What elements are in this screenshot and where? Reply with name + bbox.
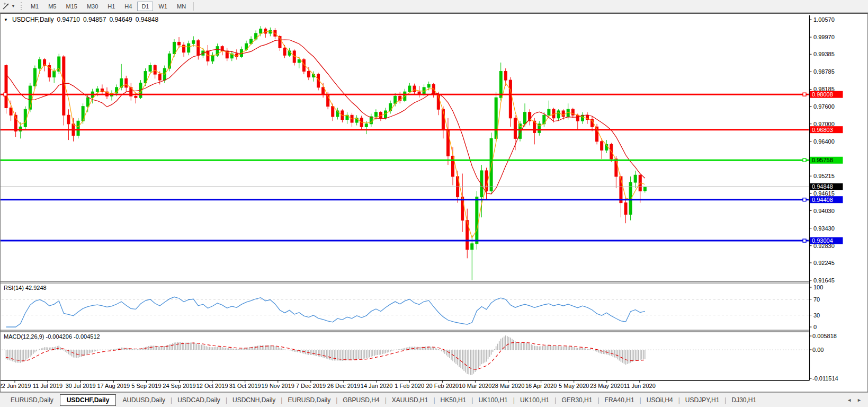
svg-text:0.94615: 0.94615 (813, 190, 835, 197)
pane-frames (1, 15, 810, 381)
svg-text:0.97600: 0.97600 (813, 103, 835, 110)
svg-text:0.95758: 0.95758 (812, 157, 833, 163)
current-price-label: 0.94848 (810, 183, 843, 190)
timeframe-button-h1[interactable]: H1 (103, 2, 119, 11)
chevron-down-icon[interactable]: ▼ (11, 4, 15, 8)
timeframe-button-mn[interactable]: MN (173, 2, 190, 11)
ohlc-close: 0.94848 (136, 16, 158, 23)
svg-text:0.94408: 0.94408 (812, 197, 833, 203)
svg-text:12 Oct 2019: 12 Oct 2019 (196, 383, 228, 389)
svg-text:19 Nov 2019: 19 Nov 2019 (262, 383, 294, 389)
candles-layer (5, 26, 646, 280)
svg-text:0.95215: 0.95215 (813, 173, 835, 179)
timeframe-button-h4[interactable]: H4 (120, 2, 136, 11)
timeframe-button-d1[interactable]: D1 (137, 2, 153, 11)
svg-text:70: 70 (813, 296, 820, 303)
timeframe-button-w1[interactable]: W1 (154, 2, 172, 11)
date-axis: 22 Jun 201911 Jul 201930 Jul 201917 Aug … (1, 381, 656, 389)
toolbar-separator (193, 2, 194, 11)
svg-text:20 Feb 2020: 20 Feb 2020 (426, 383, 459, 389)
ohlc-open: 0.94710 (57, 16, 80, 23)
tab-scroll-arrows: ◄ ► (847, 397, 866, 403)
svg-text:23 May 2020: 23 May 2020 (590, 383, 624, 389)
hline-0.94408[interactable] (1, 198, 809, 201)
svg-text:100: 100 (813, 284, 823, 290)
toolbar: ▼ M1M5M15M30H1H4D1W1MN (0, 0, 868, 13)
svg-text:5 May 2020: 5 May 2020 (559, 383, 589, 389)
chart-tab-fra40-h1-12[interactable]: FRA40,H1 (599, 394, 640, 406)
timeframe-button-m5[interactable]: M5 (44, 2, 60, 11)
chart-tab-usoil-h4-13[interactable]: USOil,H4 (641, 394, 678, 406)
svg-text:0: 0 (813, 324, 817, 330)
chart-tab-usdchf-daily-1[interactable]: USDCHF,Daily (60, 394, 117, 406)
svg-text:16 Apr 2020: 16 Apr 2020 (525, 383, 557, 389)
hline-price-label-0.95758: 0.95758 (810, 157, 843, 164)
tab-scroll-right-icon[interactable]: ► (857, 397, 862, 403)
application-window: ▼ M1M5M15M30H1H4D1W1MN 1.005700.999700.9… (0, 0, 868, 407)
hline-0.95758[interactable] (1, 158, 809, 162)
svg-text:0.94848: 0.94848 (812, 183, 833, 190)
chart-window: 1.005700.999700.993850.987850.981850.976… (0, 13, 868, 392)
collapse-triangle-icon[interactable]: ▼ (4, 17, 8, 22)
ohlc-high: 0.94857 (83, 16, 106, 23)
svg-text:-0.011514: -0.011514 (812, 375, 838, 382)
svg-text:30 Jul 2019: 30 Jul 2019 (66, 383, 96, 389)
svg-text:0.93430: 0.93430 (813, 225, 835, 232)
svg-text:0.00: 0.00 (812, 347, 824, 353)
svg-text:0.91645: 0.91645 (813, 277, 835, 284)
svg-text:31 Oct 2019: 31 Oct 2019 (229, 383, 261, 389)
svg-text:28 Mar 2020: 28 Mar 2020 (492, 383, 525, 389)
chart-tab-hk50-h1-8[interactable]: HK50,H1 (435, 394, 472, 406)
chart-tab-audusd-daily-2[interactable]: AUDUSD,Daily (117, 394, 171, 406)
hline-price-label-0.96803: 0.96803 (810, 126, 843, 133)
svg-text:0.005818: 0.005818 (812, 333, 837, 339)
timeframe-button-m30[interactable]: M30 (83, 2, 102, 11)
rsi-pane: 10070300 (2, 284, 823, 330)
svg-text:0.92245: 0.92245 (813, 260, 835, 266)
cursor-tool-button[interactable]: ▼ (1, 2, 19, 11)
chart-tabs: EURUSD,DailyUSDCHF,DailyAUDUSD,Daily|USD… (5, 393, 762, 407)
chart-tab-ger30-h1-11[interactable]: GER30,H1 (556, 394, 597, 406)
svg-text:5 Sep 2019: 5 Sep 2019 (131, 383, 161, 389)
svg-text:0.93004: 0.93004 (812, 237, 833, 244)
svg-text:11 Jun 2020: 11 Jun 2020 (624, 383, 656, 389)
chart-tab-usdjpy-h1-14[interactable]: USDJPY,H1 (680, 394, 724, 406)
ma-fast-line (6, 31, 645, 238)
tab-scroll-left-icon[interactable]: ◄ (847, 397, 852, 403)
chart-tab-gbpusd-h4-6[interactable]: GBPUSD,H4 (337, 394, 384, 406)
svg-text:7 Dec 2019: 7 Dec 2019 (296, 383, 326, 389)
symbol-period-label: USDCHF,Daily (12, 16, 54, 23)
svg-text:26 Dec 2019: 26 Dec 2019 (327, 383, 360, 389)
timeframe-buttons: M1M5M15M30H1H4D1W1MN (26, 2, 190, 11)
chart-tab-uk100-h1-9[interactable]: UK100,H1 (473, 394, 513, 406)
chart-tab-uk100-h1-10[interactable]: UK100,H1 (515, 394, 554, 406)
svg-text:11 Jul 2019: 11 Jul 2019 (33, 383, 62, 389)
chart-tab-usdcnh-daily-4[interactable]: USDCNH,Daily (227, 394, 281, 406)
svg-text:0.99970: 0.99970 (813, 34, 835, 40)
svg-text:0.99385: 0.99385 (813, 51, 835, 57)
svg-text:22 Jun 2019: 22 Jun 2019 (1, 383, 31, 389)
svg-text:14 Jan 2020: 14 Jan 2020 (361, 383, 393, 389)
svg-text:0.96803: 0.96803 (812, 127, 833, 133)
chart-tab-usdcad-daily-3[interactable]: USDCAD,Daily (172, 394, 226, 406)
chart-tab-eurusd-daily-5[interactable]: EURUSD,Daily (282, 394, 336, 406)
timeframe-button-m1[interactable]: M1 (26, 2, 43, 11)
chart-tab-eurusd-daily-0[interactable]: EURUSD,Daily (5, 394, 59, 406)
chart-canvas[interactable]: 1.005700.999700.993850.987850.981850.976… (1, 14, 868, 391)
chart-tab-dj30-h1-15[interactable]: DJ30,H1 (726, 394, 762, 406)
timeframe-button-m15[interactable]: M15 (61, 2, 81, 11)
rsi-indicator-label: RSI(14) 42.9248 (4, 285, 47, 291)
chart-tab-xauusd-h1-7[interactable]: XAUUSD,H1 (387, 394, 434, 406)
svg-text:24 Sep 2019: 24 Sep 2019 (163, 383, 195, 389)
macd-indicator-label: MACD(12,26,9) -0.004206 -0.004512 (4, 333, 100, 340)
ohlc-low: 0.94649 (109, 16, 132, 23)
chart-title: ▼ USDCHF,Daily 0.94710 0.94857 0.94649 0… (4, 16, 158, 23)
hline-0.93004[interactable] (1, 239, 809, 242)
hline-price-label-0.98008: 0.98008 (810, 91, 843, 98)
svg-text:30: 30 (813, 312, 820, 318)
hline-price-label-0.94408: 0.94408 (810, 196, 843, 203)
svg-text:0.96400: 0.96400 (813, 138, 835, 145)
svg-text:0.98008: 0.98008 (812, 91, 833, 98)
svg-text:10 Mar 2020: 10 Mar 2020 (459, 383, 492, 389)
svg-text:0.94030: 0.94030 (813, 208, 835, 214)
